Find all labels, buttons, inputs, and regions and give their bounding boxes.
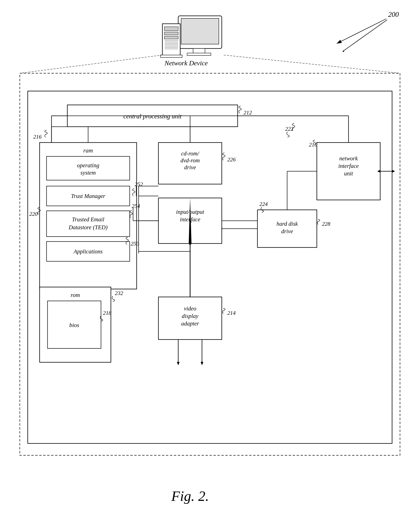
niu-arrow-left [377, 170, 380, 173]
svg-rect-3 [187, 53, 211, 55]
squiggle-220 [38, 207, 41, 215]
bios-box [48, 301, 101, 348]
applications-label: Applications [73, 248, 103, 255]
cdrom-label1: cd-rom/ [181, 150, 200, 157]
hdd-to-io-arrow [222, 227, 222, 230]
ref-228: 228 [322, 221, 330, 227]
squiggle-218 [100, 316, 103, 321]
bios-label: bios [69, 322, 79, 328]
squiggle-216 [45, 130, 47, 137]
vda-to-io-arrowhead [189, 244, 192, 244]
ref-220: 220 [29, 211, 38, 217]
niu-arrow-right [392, 170, 395, 173]
ram-label: ram [83, 147, 93, 154]
os-label2: system [80, 170, 96, 176]
ref-232: 232 [115, 290, 123, 296]
rom-outer-box [40, 287, 111, 362]
squiggle-212 [239, 106, 241, 113]
hdd-box [257, 210, 317, 247]
niu-label3: unit [344, 170, 353, 177]
os-label: operating [77, 162, 99, 169]
arrow-200 [337, 19, 386, 44]
ref-212: 212 [244, 110, 252, 116]
io-label2: interface [180, 216, 200, 223]
diagram-svg: 200 Network Device [0, 0, 420, 526]
trust-manager-box [47, 186, 130, 206]
ted-label2: Datastore (TED) [69, 224, 108, 231]
svg-rect-1 [181, 18, 219, 44]
squiggle-224 [261, 207, 264, 212]
cdrom-label3: drive [184, 164, 196, 171]
squiggle-254 [130, 211, 133, 218]
vda-down-arrow-right [201, 362, 203, 365]
ref-224: 224 [259, 201, 268, 207]
squiggle-252 [133, 189, 135, 196]
dashed-line-right [224, 55, 400, 73]
cdrom-label2: dvd-rom [180, 157, 200, 163]
vda-label3: adapter [181, 320, 199, 327]
outer-dashed-box [20, 73, 400, 455]
dashed-line-left [20, 55, 162, 73]
squiggle-222-draw [292, 123, 295, 131]
svg-rect-2 [193, 49, 205, 53]
page-container: 200 Network Device [0, 0, 420, 526]
rom-label: rom [71, 292, 80, 298]
vda-label2: display [182, 313, 198, 319]
hdd-label1: hard disk [277, 221, 298, 227]
vda-to-io-arrow [189, 198, 192, 244]
niu-box [317, 142, 380, 200]
ref-222: 222 [285, 126, 294, 132]
ram-outer-box [40, 142, 137, 289]
vda-label1: video [184, 305, 196, 312]
ref-218: 218 [103, 310, 111, 316]
ted-label1: Trusted Email [72, 216, 104, 223]
trust-manager-label: Trust Manager [71, 193, 105, 199]
ref-214: 214 [227, 310, 236, 316]
squiggle-228 [317, 219, 320, 224]
network-device-label: Network Device [164, 59, 208, 67]
fig-label: Fig. 2. [171, 488, 209, 504]
io-box [158, 198, 222, 243]
svg-rect-5 [164, 27, 178, 31]
ted-box [47, 211, 130, 237]
svg-rect-0 [178, 16, 222, 49]
svg-rect-7 [164, 36, 178, 39]
vda-box [158, 297, 222, 340]
squiggle-210 [313, 140, 316, 145]
svg-rect-4 [162, 24, 180, 55]
io-label1: input/output [176, 209, 204, 215]
svg-rect-15 [160, 55, 182, 57]
ref-252: 252 [135, 181, 143, 187]
squiggle-226 [223, 153, 225, 160]
cdrom-box [158, 142, 222, 184]
niu-label1: network [339, 155, 358, 162]
os-box [47, 156, 130, 180]
applications-box [47, 242, 130, 261]
vda-up-arrow [189, 243, 192, 244]
vda-down-arrow-left [177, 362, 180, 365]
ref-216: 216 [33, 134, 41, 140]
ref-254: 254 [132, 203, 140, 209]
main-solid-box [28, 91, 392, 444]
niu-label2: interface [338, 163, 359, 169]
arrow-200-tip [343, 50, 344, 52]
ref-200-label: 200 [388, 10, 399, 18]
squiggle-232 [112, 296, 115, 302]
arrow-200-final [343, 20, 387, 51]
cpu-label: central processing unit [123, 113, 182, 120]
squiggle-250 [126, 237, 129, 244]
squiggle-214 [223, 308, 225, 314]
squiggle-222 [287, 132, 289, 137]
cpu-box [67, 105, 238, 127]
hdd-label2: drive [281, 228, 293, 234]
ref-250: 250 [131, 241, 139, 247]
svg-rect-6 [164, 32, 178, 35]
ref-226: 226 [227, 156, 236, 162]
ref-210: 210 [309, 142, 317, 148]
